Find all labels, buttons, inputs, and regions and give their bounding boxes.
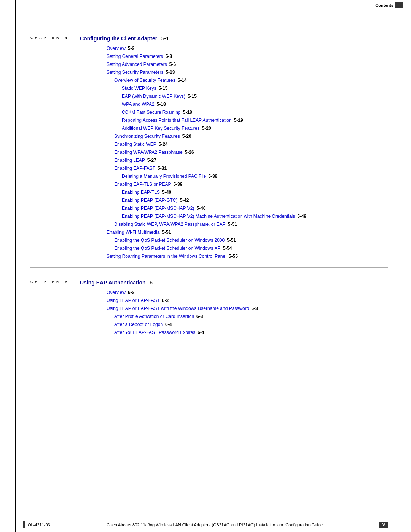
toc-link[interactable]: Enabling the QoS Packet Scheduler on Win…: [114, 237, 225, 244]
list-item: Using LEAP or EAP-FAST with the Windows …: [107, 305, 388, 312]
list-item: After Your EAP-FAST Password Expires 6-4: [114, 329, 388, 336]
toc-link[interactable]: Enabling PEAP (EAP-GTC): [122, 197, 178, 204]
list-item: After a Reboot or Logon 6-4: [114, 321, 388, 328]
toc-link[interactable]: Setting General Parameters: [107, 53, 163, 60]
toc-num: 5-3: [166, 53, 172, 60]
toc-num: 5-26: [185, 149, 194, 156]
toc-num: 6-4: [165, 321, 172, 328]
chapter5-title-num: 5-1: [161, 35, 169, 42]
toc-link[interactable]: Enabling the QoS Packet Scheduler on Win…: [114, 245, 221, 252]
toc-link[interactable]: Enabling Wi-Fi Multimedia: [107, 229, 159, 236]
toc-link[interactable]: Enabling PEAP (EAP-MSCHAP V2) Machine Au…: [122, 213, 295, 220]
toc-link[interactable]: CCKM Fast Secure Roaming: [122, 109, 181, 116]
toc-num: 6-4: [198, 329, 204, 336]
toc-num: 5-39: [173, 181, 182, 188]
toc-link[interactable]: Deleting a Manually Provisioned PAC File: [122, 173, 206, 180]
toc-link[interactable]: Disabling Static WEP, WPA/WPA2 Passphras…: [114, 221, 226, 228]
toc-link[interactable]: After Profile Activation or Card Inserti…: [114, 313, 194, 320]
toc-link[interactable]: Additional WEP Key Security Features: [122, 125, 200, 132]
toc-link[interactable]: Overview of Security Features: [114, 77, 175, 84]
toc-num: 6-2: [128, 289, 134, 296]
list-item: Setting Advanced Parameters 5-6: [107, 61, 388, 68]
toc-num: 5-15: [158, 85, 167, 92]
toc-num: 5-51: [228, 221, 237, 228]
toc-num: 5-55: [229, 253, 238, 260]
list-item: Setting General Parameters 5-3: [107, 53, 388, 60]
chapter5-header: C H A P T E R 5 Configuring the Client A…: [30, 35, 388, 42]
toc-link[interactable]: Using LEAP or EAP-FAST: [107, 297, 160, 304]
footer-center: Cisco Aironet 802.11a/b/g Wireless LAN C…: [50, 522, 379, 527]
toc-num: 5-13: [166, 69, 175, 76]
toc-num: 5-19: [234, 117, 243, 124]
chapter5-title[interactable]: Configuring the Client Adapter: [80, 35, 157, 42]
footer-right: V: [379, 522, 388, 528]
toc-link[interactable]: Static WEP Keys: [122, 85, 156, 92]
toc-link[interactable]: Enabling Static WEP: [114, 141, 156, 148]
list-item: Reporting Access Points that Fail LEAP A…: [122, 117, 388, 124]
section-divider: [30, 267, 388, 268]
toc-link[interactable]: Setting Advanced Parameters: [107, 61, 167, 68]
list-item: Enabling EAP-TLS 5-40: [122, 189, 388, 196]
toc-num: 5-2: [128, 45, 134, 52]
list-item: Synchronizing Security Features 5-20: [114, 133, 388, 140]
toc-link[interactable]: After a Reboot or Logon: [114, 321, 163, 328]
page: Contents C H A P T E R 5 Configuring the…: [0, 0, 411, 532]
contents-label: Contents: [375, 3, 393, 8]
list-item: Enabling Wi-Fi Multimedia 5-51: [107, 229, 388, 236]
toc-link[interactable]: Enabling LEAP: [114, 157, 145, 164]
list-item: Enabling EAP-FAST 5-31: [114, 165, 388, 172]
toc-num: 5-24: [159, 141, 168, 148]
toc-num: 6-3: [251, 305, 258, 312]
chapter6-toc: Overview 6-2 Using LEAP or EAP-FAST 6-2 …: [107, 289, 388, 336]
list-item: Enabling Static WEP 5-24: [114, 141, 388, 148]
list-item: Static WEP Keys 5-15: [122, 85, 388, 92]
toc-link[interactable]: Overview: [107, 45, 126, 52]
list-item: Setting Roaming Parameters in the Window…: [107, 253, 388, 260]
chapter6-title-num: 6-1: [150, 280, 157, 286]
toc-num: 6-3: [196, 313, 203, 320]
toc-num: 5-18: [157, 101, 166, 108]
toc-link[interactable]: EAP (with Dynamic WEP Keys): [122, 93, 185, 100]
list-item: Using LEAP or EAP-FAST 6-2: [107, 297, 388, 304]
list-item: Enabling EAP-TLS or PEAP 5-39: [114, 181, 388, 188]
toc-link[interactable]: Enabling EAP-FAST: [114, 165, 155, 172]
list-item: Overview 6-2: [107, 289, 388, 296]
footer-left: OL-4211-03: [23, 521, 50, 528]
list-item: WPA and WPA2 5-18: [122, 101, 388, 108]
chapter6-label: C H A P T E R 6: [30, 279, 76, 284]
toc-link[interactable]: Using LEAP or EAP-FAST with the Windows …: [107, 305, 249, 312]
list-item: Enabling WPA/WPA2 Passphrase 5-26: [114, 149, 388, 156]
footer-center-text: Cisco Aironet 802.11a/b/g Wireless LAN C…: [107, 522, 323, 527]
toc-link[interactable]: Enabling EAP-TLS or PEAP: [114, 181, 171, 188]
header-contents-area: Contents: [0, 0, 411, 8]
toc-link[interactable]: Setting Security Parameters: [107, 69, 163, 76]
toc-link[interactable]: After Your EAP-FAST Password Expires: [114, 329, 195, 336]
toc-num: 5-20: [182, 133, 191, 140]
toc-link[interactable]: WPA and WPA2: [122, 101, 155, 108]
toc-link[interactable]: Synchronizing Security Features: [114, 133, 180, 140]
toc-link[interactable]: Reporting Access Points that Fail LEAP A…: [122, 117, 232, 124]
toc-num: 6-2: [162, 297, 169, 304]
contents-bar-icon: [395, 2, 403, 8]
toc-num: 5-18: [183, 109, 192, 116]
chapter6-title[interactable]: Using EAP Authentication: [80, 280, 146, 286]
toc-num: 5-42: [180, 197, 189, 204]
list-item: After Profile Activation or Card Inserti…: [114, 313, 388, 320]
list-item: Enabling PEAP (EAP-MSCHAP V2) 5-46: [122, 205, 388, 212]
toc-num: 5-6: [169, 61, 176, 68]
list-item: Enabling the QoS Packet Scheduler on Win…: [114, 245, 388, 252]
toc-num: 5-14: [178, 77, 187, 84]
footer-bar-icon: [23, 521, 25, 528]
footer-doc-num: OL-4211-03: [28, 522, 50, 527]
list-item: Additional WEP Key Security Features 5-2…: [122, 125, 388, 132]
toc-link[interactable]: Enabling WPA/WPA2 Passphrase: [114, 149, 183, 156]
toc-link[interactable]: Overview: [107, 289, 126, 296]
list-item: EAP (with Dynamic WEP Keys) 5-15: [122, 93, 388, 100]
toc-link[interactable]: Enabling EAP-TLS: [122, 189, 160, 196]
toc-link[interactable]: Enabling PEAP (EAP-MSCHAP V2): [122, 205, 194, 212]
chapter6-header: C H A P T E R 6 Using EAP Authentication…: [30, 279, 388, 286]
list-item: Enabling PEAP (EAP-MSCHAP V2) Machine Au…: [122, 213, 388, 220]
toc-num: 5-15: [188, 93, 197, 100]
toc-link[interactable]: Setting Roaming Parameters in the Window…: [107, 253, 226, 260]
toc-num: 5-40: [162, 189, 171, 196]
